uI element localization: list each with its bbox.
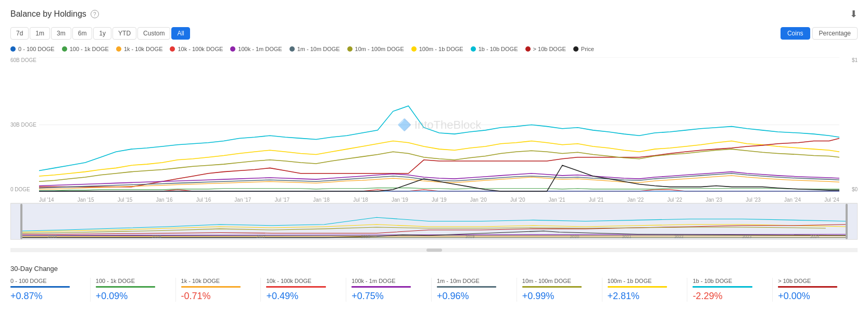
svg-text:2021: 2021 (622, 234, 632, 239)
legend-item-6: 10m - 100m DOGE (347, 46, 404, 52)
legend-label-3: 10k - 100k DOGE (178, 46, 223, 52)
change-value-9: +0.00% (778, 291, 852, 302)
legend-label-4: 100k - 1m DOGE (238, 46, 282, 52)
scrollbar[interactable] (10, 248, 858, 252)
svg-rect-14 (20, 204, 22, 239)
y-label-bot: 0 DOGE (10, 187, 39, 192)
time-btn-7d[interactable]: 7d (10, 27, 29, 40)
x-label: Jan '15 (78, 197, 94, 203)
legend-dot-8 (471, 46, 476, 52)
legend-dot-3 (170, 46, 175, 52)
view-btn-coins[interactable]: Coins (781, 27, 810, 40)
view-btn-percentage[interactable]: Percentage (812, 27, 858, 40)
x-label: Jul '19 (432, 197, 447, 203)
legend-item-price: Price (573, 46, 594, 52)
x-label: Jan '20 (470, 197, 487, 203)
change-col-1: 100 - 1k DOGE +0.09% (91, 278, 176, 302)
legend-item-4: 100k - 1m DOGE (230, 46, 282, 52)
time-buttons: 7d 1m 3m 6m 1y YTD Custom All (10, 27, 190, 40)
change-value-6: +0.99% (522, 291, 597, 302)
title-area: Balance by Holdings ? (10, 9, 99, 19)
change-col-6: 10m - 100m DOGE +0.99% (517, 278, 602, 302)
change-col-5: 1m - 10m DOGE +0.96% (432, 278, 517, 302)
scroll-thumb[interactable] (426, 249, 442, 252)
x-label: Jan '21 (549, 197, 565, 203)
change-label-3: 10k - 100k DOGE (266, 278, 341, 284)
legend-dot-5 (290, 46, 295, 52)
svg-text:2020: 2020 (570, 234, 579, 239)
change-bar-8 (693, 286, 752, 288)
x-label: Jan '23 (706, 197, 722, 203)
change-label-7: 100m - 1b DOGE (608, 278, 682, 284)
help-icon[interactable]: ? (91, 10, 99, 18)
change-col-9: > 10b DOGE +0.00% (773, 278, 858, 302)
legend-label-price: Price (581, 46, 594, 52)
x-label: Jan '16 (156, 197, 173, 203)
change-label-1: 100 - 1k DOGE (96, 278, 170, 284)
mini-chart-svg: 2015 2016 2017 2018 2019 2020 2021 2022 … (11, 204, 857, 239)
time-btn-6m[interactable]: 6m (72, 27, 93, 40)
legend-dot-4 (230, 46, 235, 52)
change-col-2: 1k - 10k DOGE -0.71% (176, 278, 261, 302)
mini-chart[interactable]: 2015 2016 2017 2018 2019 2020 2021 2022 … (10, 203, 858, 240)
x-label: Jul '22 (668, 197, 683, 203)
page-title: Balance by Holdings (10, 9, 86, 19)
chart-area: 60B DOGE 30B DOGE 0 DOGE $1 $0 🔷 IntoThe… (10, 57, 858, 203)
header-row: Balance by Holdings ? ⬇ (10, 8, 858, 20)
legend-dot-0 (10, 46, 16, 52)
change-label-6: 10m - 100m DOGE (522, 278, 597, 284)
legend-label-1: 100 - 1k DOGE (70, 46, 109, 52)
time-btn-ytd[interactable]: YTD (112, 27, 136, 40)
legend-item-2: 1k - 10k DOGE (116, 46, 163, 52)
legend-dot-2 (116, 46, 121, 52)
legend-label-7: 100m - 1b DOGE (419, 46, 463, 52)
change-bar-2 (181, 286, 241, 288)
svg-text:2017: 2017 (256, 234, 266, 239)
page-container: Balance by Holdings ? ⬇ 7d 1m 3m 6m 1y Y… (0, 0, 868, 310)
change-col-7: 100m - 1b DOGE +2.81% (602, 278, 688, 302)
change-bar-6 (522, 286, 582, 288)
change-bar-1 (96, 286, 155, 288)
change-col-3: 10k - 100k DOGE +0.49% (261, 278, 346, 302)
chart-y-labels-left: 60B DOGE 30B DOGE 0 DOGE (10, 57, 39, 192)
legend-item-5: 1m - 10m DOGE (290, 46, 340, 52)
change-value-5: +0.96% (437, 291, 511, 302)
svg-text:2015: 2015 (47, 234, 57, 239)
time-btn-3m[interactable]: 3m (51, 27, 71, 40)
svg-text:2023: 2023 (742, 234, 751, 239)
time-btn-1y[interactable]: 1y (93, 27, 111, 40)
chart-svg (39, 57, 839, 192)
change-label-8: 1b - 10b DOGE (693, 278, 767, 284)
legend-item-3: 10k - 100k DOGE (170, 46, 223, 52)
legend-item-1: 100 - 1k DOGE (62, 46, 109, 52)
legend-item-7: 100m - 1b DOGE (411, 46, 463, 52)
change-value-4: +0.75% (351, 291, 426, 302)
x-label: Jul '24 (824, 197, 839, 203)
legend-item-0: 0 - 100 DOGE (10, 46, 55, 52)
legend-label-5: 1m - 10m DOGE (297, 46, 340, 52)
change-value-0: +0.87% (10, 291, 85, 302)
legend-label-6: 10m - 100m DOGE (355, 46, 404, 52)
y-label-top: 60B DOGE (10, 57, 39, 63)
x-label: Jul '23 (746, 197, 761, 203)
time-btn-all[interactable]: All (171, 27, 190, 40)
x-label: Jan '22 (627, 197, 644, 203)
time-btn-1m[interactable]: 1m (30, 27, 50, 40)
x-label: Jul '14 (39, 197, 54, 203)
change-label-2: 1k - 10k DOGE (181, 278, 256, 284)
change-col-4: 100k - 1m DOGE +0.75% (346, 278, 432, 302)
legend-dot-7 (411, 46, 417, 52)
change-label-9: > 10b DOGE (778, 278, 852, 284)
changes-section: 30-Day Change 0 - 100 DOGE +0.87% 100 - … (10, 261, 858, 302)
x-label: Jan '18 (313, 197, 330, 203)
changes-title: 30-Day Change (10, 265, 858, 273)
legend: 0 - 100 DOGE 100 - 1k DOGE 1k - 10k DOGE… (10, 46, 858, 52)
legend-label-9: > 10b DOGE (533, 46, 566, 52)
x-label: Jul '15 (118, 197, 133, 203)
legend-item-8: 1b - 10b DOGE (471, 46, 518, 52)
change-value-3: +0.49% (266, 291, 341, 302)
change-label-0: 0 - 100 DOGE (10, 278, 85, 284)
time-btn-custom[interactable]: Custom (137, 27, 170, 40)
legend-label-8: 1b - 10b DOGE (479, 46, 518, 52)
download-icon[interactable]: ⬇ (850, 8, 858, 20)
